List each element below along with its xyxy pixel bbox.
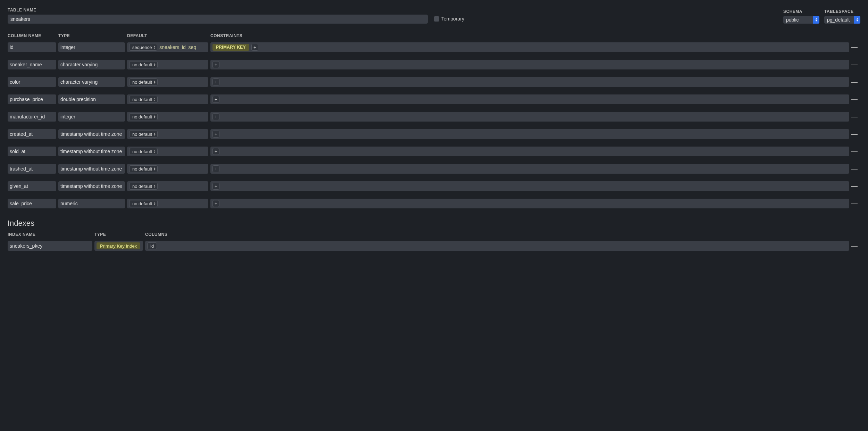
remove-column-cell: — — [851, 183, 860, 190]
remove-column-button[interactable]: — — [851, 61, 858, 68]
add-constraint-button[interactable]: + — [212, 78, 219, 85]
default-select-value: sequence — [132, 45, 152, 50]
column-row: double precisionno default▲▼+— — [8, 94, 860, 104]
default-select-value: no default — [132, 149, 152, 154]
default-select[interactable]: no default▲▼ — [129, 183, 158, 190]
index-column-chip: id — [147, 242, 157, 249]
default-select[interactable]: no default▲▼ — [129, 200, 158, 207]
remove-column-button[interactable]: — — [851, 113, 858, 120]
column-name-cell[interactable] — [8, 60, 56, 69]
updown-icon: ▲▼ — [854, 16, 860, 24]
columns-list: integersequence▲▼sneakers_id_seqPRIMARY … — [8, 42, 860, 208]
remove-column-button[interactable]: — — [851, 44, 858, 51]
column-type-cell[interactable]: character varying — [58, 60, 125, 69]
updown-icon: ▲▼ — [153, 202, 156, 205]
default-select[interactable]: no default▲▼ — [129, 131, 158, 138]
column-type-cell[interactable]: integer — [58, 42, 125, 52]
remove-column-button[interactable]: — — [851, 78, 858, 85]
default-select[interactable]: no default▲▼ — [129, 113, 158, 120]
table-name-group: TABLE NAME — [8, 8, 428, 24]
column-type-cell[interactable]: timestamp without time zone — [58, 164, 125, 174]
add-constraint-button[interactable]: + — [212, 131, 219, 138]
remove-column-button[interactable]: — — [851, 96, 858, 103]
default-select[interactable]: no default▲▼ — [129, 96, 158, 103]
column-type-cell[interactable]: timestamp without time zone — [58, 181, 125, 191]
column-name-cell[interactable] — [8, 112, 56, 122]
tablespace-select[interactable]: pg_default ▲▼ — [824, 16, 860, 24]
column-type-cell[interactable]: character varying — [58, 77, 125, 87]
default-select[interactable]: no default▲▼ — [129, 78, 158, 85]
column-name-input[interactable] — [10, 183, 54, 189]
column-name-cell[interactable] — [8, 147, 56, 156]
remove-column-button[interactable]: — — [851, 131, 858, 138]
temporary-checkbox-wrap[interactable]: Temporary — [434, 16, 464, 22]
idx-header-name: INDEX NAME — [8, 232, 92, 237]
temporary-group: Temporary — [434, 16, 464, 24]
column-type-cell[interactable]: timestamp without time zone — [58, 129, 125, 139]
remove-column-button[interactable]: — — [851, 148, 858, 155]
column-row: timestamp without time zoneno default▲▼+… — [8, 129, 860, 139]
default-select[interactable]: no default▲▼ — [129, 61, 158, 68]
column-row: timestamp without time zoneno default▲▼+… — [8, 181, 860, 191]
column-name-input[interactable] — [10, 97, 54, 102]
remove-column-cell: — — [851, 148, 860, 155]
column-type-value: integer — [60, 114, 123, 119]
column-name-input[interactable] — [10, 166, 54, 172]
add-constraint-button[interactable]: + — [212, 165, 219, 172]
column-name-input[interactable] — [10, 149, 54, 154]
add-constraint-button[interactable]: + — [251, 44, 258, 51]
tablespace-group: TABLESPACE pg_default ▲▼ — [824, 9, 860, 24]
remove-column-button[interactable]: — — [851, 165, 858, 172]
temporary-checkbox[interactable] — [434, 16, 439, 22]
column-name-cell[interactable] — [8, 129, 56, 139]
column-name-cell[interactable] — [8, 42, 56, 52]
sequence-name: sneakers_id_seq — [159, 44, 196, 50]
column-name-cell[interactable] — [8, 199, 56, 208]
add-constraint-button[interactable]: + — [212, 96, 219, 103]
schema-label: SCHEMA — [783, 9, 819, 14]
column-name-cell[interactable] — [8, 77, 56, 87]
add-constraint-button[interactable]: + — [212, 148, 219, 155]
column-name-input[interactable] — [10, 201, 54, 206]
table-name-label: TABLE NAME — [8, 8, 428, 13]
add-constraint-button[interactable]: + — [212, 200, 219, 207]
column-name-cell[interactable] — [8, 164, 56, 174]
column-constraints-cell: + — [210, 77, 849, 87]
column-name-input[interactable] — [10, 44, 54, 50]
remove-column-cell: — — [851, 200, 860, 207]
column-name-input[interactable] — [10, 79, 54, 85]
column-name-cell[interactable] — [8, 94, 56, 104]
remove-column-button[interactable]: — — [851, 200, 858, 207]
index-name-cell[interactable]: sneakers_pkey — [8, 241, 92, 251]
default-select-value: no default — [132, 62, 152, 67]
column-type-value: character varying — [60, 62, 123, 67]
column-name-input[interactable] — [10, 62, 54, 67]
column-name-cell[interactable] — [8, 181, 56, 191]
column-type-cell[interactable]: integer — [58, 112, 125, 122]
remove-index-button[interactable]: — — [851, 242, 858, 249]
default-select[interactable]: no default▲▼ — [129, 165, 158, 172]
add-constraint-button[interactable]: + — [212, 113, 219, 120]
add-constraint-button[interactable]: + — [212, 61, 219, 68]
column-constraints-cell: + — [210, 147, 849, 156]
column-type-value: timestamp without time zone — [60, 131, 123, 137]
table-name-input[interactable] — [8, 15, 428, 24]
column-type-cell[interactable]: double precision — [58, 94, 125, 104]
default-select[interactable]: no default▲▼ — [129, 148, 158, 155]
default-select-value: no default — [132, 184, 152, 189]
remove-index-cell: — — [851, 242, 860, 250]
add-constraint-button[interactable]: + — [212, 183, 219, 190]
column-name-input[interactable] — [10, 131, 54, 137]
schema-select[interactable]: public ▲▼ — [783, 16, 819, 24]
column-default-cell: no default▲▼ — [127, 77, 208, 87]
column-type-cell[interactable]: numeric — [58, 199, 125, 208]
column-constraints-cell: + — [210, 60, 849, 69]
column-type-cell[interactable]: timestamp without time zone — [58, 147, 125, 156]
column-name-input[interactable] — [10, 114, 54, 119]
remove-column-button[interactable]: — — [851, 183, 858, 190]
remove-column-cell: — — [851, 61, 860, 68]
index-type-cell: Primary Key Index — [94, 241, 143, 251]
default-select[interactable]: sequence▲▼ — [129, 44, 157, 51]
column-type-value: timestamp without time zone — [60, 149, 123, 154]
remove-column-cell: — — [851, 78, 860, 86]
